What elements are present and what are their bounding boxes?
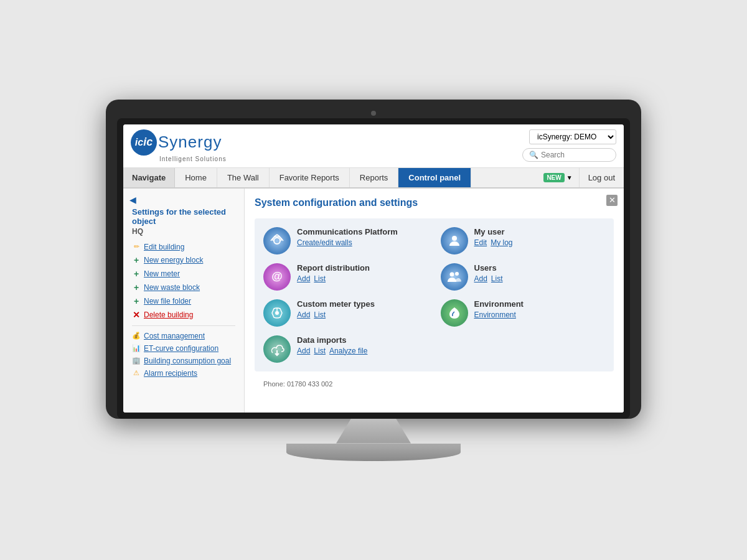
new-file-folder-link[interactable]: New file folder	[144, 297, 191, 306]
meter-types-title: Custom meter types	[297, 299, 375, 309]
users-icon	[441, 263, 468, 291]
header-right: icSynergy: DEMOicSynergy: TEST 🔍	[522, 129, 616, 162]
my-user-links: Edit My log	[474, 238, 513, 247]
list-imports-link[interactable]: List	[314, 347, 326, 355]
edit-user-link[interactable]: Edit	[474, 238, 487, 247]
nav-item-control-panel[interactable]: Control panel	[398, 168, 471, 187]
add-folder-icon: +	[132, 296, 141, 306]
comm-platform-title: Communications Platform	[297, 227, 398, 236]
svg-point-1	[452, 236, 457, 241]
alarm-recipients-link[interactable]: Alarm recipients	[144, 369, 197, 378]
svg-point-3	[455, 272, 459, 276]
new-meter-link[interactable]: New meter	[144, 269, 180, 278]
logo-icon: ic	[131, 129, 157, 156]
sidebar-collapse-icon[interactable]: ◀	[129, 195, 136, 205]
config-item-environment[interactable]: Environment Environment	[441, 299, 606, 327]
comm-platform-links: Create/edit walls	[297, 238, 398, 247]
new-waste-block-link[interactable]: New waste block	[144, 283, 200, 292]
create-edit-walls-link[interactable]: Create/edit walls	[297, 238, 352, 247]
building-consumption-link[interactable]: Building consumption goal	[144, 357, 231, 365]
sidebar-item-cost-management[interactable]: 💰 Cost management	[123, 330, 244, 342]
nav-item-reports[interactable]: Reports	[350, 168, 399, 187]
comm-platform-info: Communications Platform Create/edit wall…	[297, 227, 398, 247]
nav-label: Navigate	[123, 168, 175, 187]
logo-area: ic Synergy Intelligent Solutions	[131, 129, 227, 162]
monitor-stand	[106, 419, 641, 461]
new-icon: ▼	[566, 174, 573, 181]
content-area: System configuration and settings ✕	[245, 189, 624, 413]
list-report-dist-link[interactable]: List	[314, 274, 326, 283]
list-users-link[interactable]: List	[491, 274, 503, 283]
users-info: Users Add List	[474, 263, 503, 283]
new-button[interactable]: NEW ▼	[537, 168, 578, 187]
nav-item-the-wall[interactable]: The Wall	[217, 168, 270, 187]
add-meter-type-link[interactable]: Add	[297, 310, 310, 319]
search-input[interactable]	[541, 151, 609, 159]
config-item-custom-meter-types[interactable]: Custom meter types Add List	[263, 299, 428, 327]
add-meter-icon: +	[132, 269, 141, 279]
sidebar-settings-title: Settings for the selected object	[123, 205, 244, 227]
screen: ic Synergy Intelligent Solutions icSyner…	[123, 124, 624, 413]
stand-neck	[336, 419, 411, 444]
search-box[interactable]: 🔍	[522, 148, 616, 162]
nav-bar: Navigate Home The Wall Favorite Reports …	[123, 168, 624, 189]
sidebar: ◀ Settings for the selected object HQ ✏ …	[123, 189, 245, 413]
my-log-link[interactable]: My log	[491, 238, 512, 247]
svg-point-0	[274, 238, 280, 244]
sidebar-item-edit-building[interactable]: ✏ Edit building	[123, 241, 244, 253]
new-badge: NEW	[543, 173, 564, 182]
instance-dropdown[interactable]: icSynergy: DEMOicSynergy: TEST	[529, 129, 616, 144]
nav-item-favorite-reports[interactable]: Favorite Reports	[270, 168, 350, 187]
cost-icon: 💰	[132, 332, 141, 340]
sidebar-item-new-file-folder[interactable]: + New file folder	[123, 294, 244, 308]
edit-building-link[interactable]: Edit building	[144, 243, 184, 251]
sidebar-item-new-meter[interactable]: + New meter	[123, 267, 244, 281]
content-title: System configuration and settings	[255, 197, 614, 208]
config-item-communications-platform[interactable]: Communications Platform Create/edit wall…	[263, 227, 428, 254]
add-user-link[interactable]: Add	[474, 274, 487, 283]
et-curve-link[interactable]: ET-curve configuration	[144, 344, 218, 353]
environment-info: Environment Environment	[474, 299, 524, 319]
edit-icon: ✏	[132, 243, 141, 251]
sidebar-item-et-curve[interactable]: 📊 ET-curve configuration	[123, 342, 244, 355]
screen-bezel: ic Synergy Intelligent Solutions icSyner…	[117, 118, 630, 419]
stand-base	[286, 444, 461, 461]
sidebar-subtitle: HQ	[123, 227, 244, 241]
report-dist-info: Report distribution Add List	[297, 263, 370, 283]
sidebar-item-alarm-recipients[interactable]: ⚠ Alarm recipients	[123, 367, 244, 380]
new-energy-block-link[interactable]: New energy block	[144, 256, 203, 264]
sidebar-item-new-energy-block[interactable]: + New energy block	[123, 253, 244, 267]
close-button[interactable]: ✕	[606, 195, 618, 206]
report-dist-links: Add List	[297, 274, 370, 283]
data-imports-links: Add List Analyze file	[297, 347, 367, 355]
list-meter-types-link[interactable]: List	[314, 310, 326, 319]
instance-selector[interactable]: icSynergy: DEMOicSynergy: TEST	[529, 129, 616, 144]
environment-link[interactable]: Environment	[474, 310, 516, 319]
nav-item-home[interactable]: Home	[175, 168, 217, 187]
config-item-my-user[interactable]: My user Edit My log	[441, 227, 606, 254]
my-user-info: My user Edit My log	[474, 227, 513, 247]
config-item-report-distribution[interactable]: @ Report distribution Add List	[263, 263, 428, 291]
delete-icon: ✕	[132, 310, 141, 320]
meter-types-info: Custom meter types Add List	[297, 299, 375, 319]
sidebar-item-delete-building[interactable]: ✕ Delete building	[123, 308, 244, 322]
alarm-icon: ⚠	[132, 369, 141, 377]
config-item-users[interactable]: Users Add List	[441, 263, 606, 291]
report-dist-icon: @	[263, 263, 291, 291]
delete-building-link[interactable]: Delete building	[144, 310, 193, 319]
analyze-file-link[interactable]: Analyze file	[329, 347, 367, 355]
sidebar-item-building-consumption[interactable]: 🏢 Building consumption goal	[123, 355, 244, 367]
search-icon: 🔍	[529, 151, 538, 159]
config-item-data-imports[interactable]: Data imports Add List Analyze file	[263, 335, 428, 363]
main-content: ◀ Settings for the selected object HQ ✏ …	[123, 189, 624, 413]
users-title: Users	[474, 263, 503, 273]
add-report-dist-link[interactable]: Add	[297, 274, 310, 283]
logo-synergy-text: Synergy	[158, 133, 222, 152]
environment-title: Environment	[474, 299, 524, 309]
data-imports-info: Data imports Add List Analyze file	[297, 335, 367, 355]
add-import-link[interactable]: Add	[297, 347, 310, 355]
report-dist-title: Report distribution	[297, 263, 370, 273]
sidebar-item-new-waste-block[interactable]: + New waste block	[123, 281, 244, 294]
cost-management-link[interactable]: Cost management	[144, 332, 205, 340]
logout-button[interactable]: Log out	[579, 168, 624, 187]
